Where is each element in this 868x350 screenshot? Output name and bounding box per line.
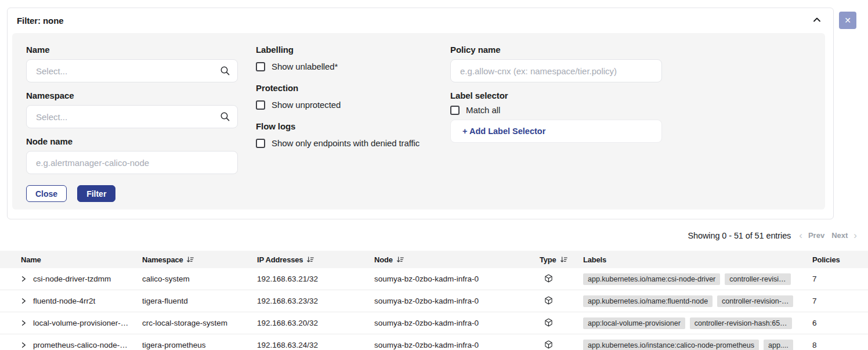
table-row[interactable]: prometheus-calico-node-… tigera-promethe… [0,334,868,350]
labelling-section-label: Labelling [256,45,447,55]
column-header[interactable]: Node [374,255,540,264]
filter-panel-header: Filter: none [8,8,833,33]
expand-row-chevron-icon[interactable] [20,275,27,283]
column-header[interactable]: Policies [811,255,868,264]
filter-panel: Filter: none Name [7,8,834,219]
label-badge: controller-revisi… [725,273,790,285]
column-header[interactable]: Type [540,255,583,264]
label-badge: controller-revision-hash:65… [690,317,792,329]
endpoint-node: soumya-bz-0zbo-kadm-infra-0 [374,341,540,349]
endpoint-node: soumya-bz-0zbo-kadm-infra-0 [374,319,540,327]
namespace-field-label: Namespace [26,91,238,100]
column-header[interactable]: IP Addresses [257,255,374,264]
table-row[interactable]: csi-node-driver-tzdmm calico-system 192.… [0,268,868,290]
filter-form: Name Namespace [12,33,825,210]
prev-arrow-icon[interactable]: ‹ [799,230,802,240]
endpoint-labels: app:local-volume-provisionercontroller-r… [583,317,811,329]
sort-icon[interactable] [186,256,194,264]
sort-icon[interactable] [306,256,314,264]
add-label-selector-button[interactable]: + Add Label Selector [450,120,662,143]
show-unprotected-checkbox[interactable] [256,100,265,110]
denied-traffic-checkbox[interactable] [256,139,265,148]
sort-icon[interactable] [560,256,567,264]
pagination: Showing 0 - 51 of 51 entries ‹ Prev Next… [688,230,860,240]
column-header[interactable]: Namespace [142,255,257,264]
endpoint-ip: 192.168.63.21/32 [257,275,374,283]
endpoint-namespace: crc-local-storage-system [142,319,257,327]
name-field-label: Name [26,45,238,55]
filter-button[interactable]: Filter [77,185,115,202]
label-badge: app:local-volume-provisioner [583,317,685,329]
dismiss-panel-button[interactable]: ✕ [839,12,856,29]
endpoint-namespace: calico-system [142,275,257,283]
filter-title: Filter: none [17,16,63,26]
endpoint-labels: app.kubernetes.io/name:fluentd-nodecontr… [583,295,811,307]
next-page-link[interactable]: Next [831,231,848,240]
label-badge: app.... [764,340,793,350]
chevron-up-icon [812,15,822,26]
match-all-row: Match all [450,105,662,115]
show-unprotected-label: Show unprotected [272,100,341,110]
filter-column-middle: Labelling Show unlabelled* Protection Sh… [256,33,447,148]
denied-traffic-row: Show only endpoints with denied traffic [256,138,447,148]
workload-endpoint-type-icon [544,318,553,329]
column-header[interactable]: Labels [583,255,811,264]
endpoint-namespace: tigera-fluentd [142,297,257,305]
workload-endpoint-type-icon [544,340,553,350]
table-row[interactable]: local-volume-provisioner-… crc-local-sto… [0,312,868,334]
endpoint-labels: app.kubernetes.io/instance:calico-node-p… [583,340,811,350]
endpoint-ip: 192.168.63.24/32 [257,341,374,349]
sort-icon[interactable] [396,256,404,264]
endpoint-labels: app.kubernetes.io/name:csi-node-driverco… [583,273,811,285]
match-all-checkbox[interactable] [450,106,460,115]
endpoint-ip: 192.168.63.20/32 [257,319,374,327]
endpoint-policies-count: 7 [811,275,868,283]
endpoint-policies-count: 7 [811,297,868,305]
name-select-input[interactable] [26,59,238,82]
collapse-filter-button[interactable] [812,15,822,26]
endpoint-namespace: tigera-prometheus [142,341,257,349]
label-badge: app.kubernetes.io/name:csi-node-driver [583,273,720,285]
label-badge: controller-revision-… [717,295,793,307]
label-badge: app.kubernetes.io/name:fluentd-node [583,295,713,307]
endpoint-name: prometheus-calico-node-… [33,341,128,349]
column-header[interactable]: Name [0,255,142,264]
endpoint-node: soumya-bz-0zbo-kadm-infra-0 [374,275,540,283]
endpoint-name: local-volume-provisioner-… [33,319,128,327]
show-unlabelled-row: Show unlabelled* [256,62,447,71]
close-button[interactable]: Close [26,185,67,202]
expand-row-chevron-icon[interactable] [20,341,27,349]
filter-actions: Close Filter [26,185,115,202]
workload-endpoint-type-icon [544,296,553,306]
show-unprotected-row: Show unprotected [256,100,447,110]
denied-traffic-label: Show only endpoints with denied traffic [272,138,419,148]
entries-summary: Showing 0 - 51 of 51 entries [688,231,791,240]
endpoints-table: Name Namespace IP Addresses Node Type La… [0,251,868,350]
protection-section-label: Protection [256,83,447,93]
endpoint-name: fluentd-node-4rr2t [33,297,95,305]
prev-page-link[interactable]: Prev [808,231,824,240]
workload-endpoint-type-icon [544,274,553,284]
policy-name-field-label: Policy name [450,45,662,55]
flow-logs-section-label: Flow logs [256,121,447,131]
endpoint-policies-count: 8 [811,341,868,349]
node-name-input[interactable] [26,151,238,174]
table-row[interactable]: fluentd-node-4rr2t tigera-fluentd 192.16… [0,290,868,312]
expand-row-chevron-icon[interactable] [20,297,27,305]
expand-row-chevron-icon[interactable] [20,319,27,327]
policy-name-input[interactable] [450,59,662,82]
match-all-label: Match all [466,105,500,115]
filter-column-right: Policy name Label selector Match all + A… [450,33,662,143]
next-arrow-icon[interactable]: › [853,230,857,240]
label-badge: app.kubernetes.io/instance:calico-node-p… [583,340,759,350]
namespace-select-input[interactable] [26,105,238,128]
show-unlabelled-checkbox[interactable] [256,62,265,71]
table-body: csi-node-driver-tzdmm calico-system 192.… [0,268,868,350]
endpoint-name: csi-node-driver-tzdmm [33,275,111,283]
label-selector-field-label: Label selector [450,91,662,100]
endpoint-node: soumya-bz-0zbo-kadm-infra-0 [374,297,540,305]
endpoints-page: Filter: none Name [0,0,868,350]
filter-column-left: Name Namespace [26,33,238,174]
show-unlabelled-label: Show unlabelled* [272,62,338,71]
table-header-row: Name Namespace IP Addresses Node Type La… [0,251,868,268]
